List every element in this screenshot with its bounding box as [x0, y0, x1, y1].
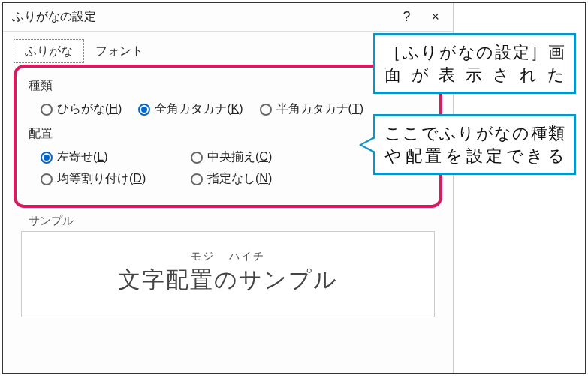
- sample-preview: モジ ハイチ 文字配置のサンプル: [21, 231, 435, 317]
- sample-group: サンプル モジ ハイチ 文字配置のサンプル: [21, 214, 435, 317]
- radio-hankaku-katakana[interactable]: 半角カタカナ(T): [260, 101, 363, 117]
- callout-pointer-icon: [359, 136, 375, 154]
- radio-label: 左寄せ(L): [57, 149, 108, 165]
- sample-main-text: 文字配置のサンプル: [22, 265, 434, 296]
- sample-label: サンプル: [21, 214, 435, 228]
- radio-label: 均等割り付け(D): [57, 171, 146, 187]
- titlebar: ふりがなの設定 ? ×: [3, 3, 453, 32]
- radio-icon: [41, 152, 53, 164]
- tab-font[interactable]: フォント: [84, 39, 155, 63]
- radio-icon: [138, 104, 150, 116]
- type-group-label: 種類: [29, 78, 427, 94]
- radio-icon: [191, 152, 203, 164]
- radio-icon: [41, 104, 53, 116]
- radio-label: 全角カタカナ(K): [155, 101, 243, 117]
- dialog-title: ふりがなの設定: [12, 9, 96, 25]
- radio-icon: [191, 173, 203, 185]
- radio-label: ひらがな(H): [57, 101, 122, 117]
- radio-left[interactable]: 左寄せ(L): [41, 149, 161, 165]
- ruby-text-2: ハイチ: [229, 250, 265, 263]
- radio-label: 中央揃え(C): [207, 149, 272, 165]
- radio-distribute[interactable]: 均等割り付け(D): [41, 171, 161, 187]
- radio-label: 半角カタカナ(T): [276, 101, 363, 117]
- tab-furigana[interactable]: ふりがな: [14, 39, 84, 63]
- close-icon[interactable]: ×: [431, 9, 439, 25]
- radio-icon: [41, 173, 53, 185]
- callout-text: ここでふりがなの種類や配置を設定できる: [384, 122, 565, 167]
- radio-icon: [260, 104, 272, 116]
- radio-zenkaku-katakana[interactable]: 全角カタカナ(K): [138, 101, 243, 117]
- radio-label: 指定なし(N): [207, 171, 272, 187]
- ruby-text-1: モジ: [191, 250, 215, 263]
- radio-hiragana[interactable]: ひらがな(H): [41, 101, 122, 117]
- callout-1: ［ふりがなの設定］画面が表示された: [373, 33, 576, 94]
- callout-2: ここでふりがなの種類や配置を設定できる: [373, 114, 576, 175]
- callout-text: ［ふりがなの設定］画面が表示された: [384, 41, 565, 86]
- radio-none[interactable]: 指定なし(N): [191, 171, 272, 187]
- help-icon[interactable]: ?: [403, 9, 410, 25]
- radio-center[interactable]: 中央揃え(C): [191, 149, 272, 165]
